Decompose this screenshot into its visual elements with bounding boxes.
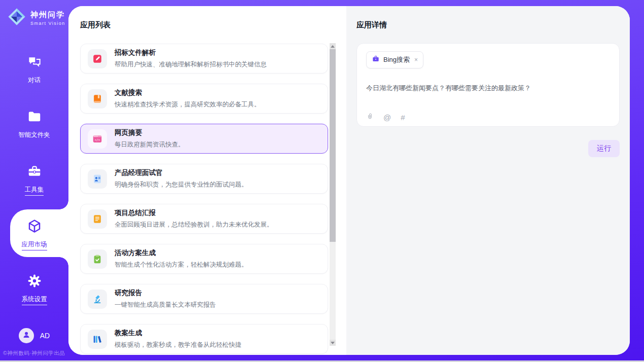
content-shell: 应用列表 招标文件解析帮助用户快速、准确地理解和解析招标书中的关键信息文献搜索快… [68, 6, 630, 355]
app-desc: 模板驱动，教案秒成，教学准备从此轻松快捷 [115, 341, 241, 349]
briefcase-icon [372, 55, 380, 65]
app-list-title: 应用列表 [80, 20, 346, 30]
app-list-panel: 应用列表 招标文件解析帮助用户快速、准确地理解和解析招标书中的关键信息文献搜索快… [68, 6, 346, 355]
sidebar-item-label: 对话 [28, 76, 41, 86]
app-desc: 全面回顾项目进展，总结经验教训，助力未来优化发展。 [115, 221, 273, 229]
list-item[interactable]: 活动方案生成智能生成个性化活动方案，轻松解决规划难题。 [80, 244, 328, 274]
mention-icon[interactable]: @ [383, 113, 391, 122]
paperclip-icon[interactable] [366, 112, 374, 122]
run-button[interactable]: 运行 [588, 140, 620, 157]
sidebar-item-系统设置[interactable]: 系统设置 [0, 262, 68, 316]
diamond-logo-icon [7, 7, 26, 28]
list-item[interactable]: 招标文件解析帮助用户快速、准确地理解和解析招标书中的关键信息 [80, 44, 328, 74]
app-name: 文献搜索 [115, 88, 261, 97]
clipboard-check-icon [88, 249, 107, 269]
app-desc: 快速精准查找学术资源，提高研究效率的必备工具。 [115, 100, 261, 109]
list-item[interactable]: 研究报告一键智能生成高质量长文本研究报告 [80, 284, 328, 314]
toolbox-icon [27, 164, 42, 181]
sidebar-item-label: 应用市场 [22, 240, 47, 250]
sidebar-nav: 对话智能文件夹工具集应用市场系统设置 [0, 43, 68, 316]
app-detail-title: 应用详情 [356, 20, 620, 30]
app-detail-panel: 应用详情 Bing搜索 × 今日湖北有哪些新闻要点？有哪些需要关注的最新政策？ [346, 6, 630, 355]
list-item[interactable]: 项目总结汇报全面回顾项目进展，总结经验教训，助力未来优化发展。 [80, 204, 328, 234]
prompt-card[interactable]: Bing搜索 × 今日湖北有哪些新闻要点？有哪些需要关注的最新政策？ @ # [356, 43, 620, 127]
app-desc: 智能生成个性化活动方案，轻松解决规划难题。 [115, 261, 248, 269]
app-list: 招标文件解析帮助用户快速、准确地理解和解析招标书中的关键信息文献搜索快速精准查找… [80, 44, 328, 354]
app-name: 活动方案生成 [115, 248, 248, 258]
app-desc: 每日政府新闻资讯快查。 [115, 140, 185, 149]
brand-name: 神州问学 [30, 10, 65, 20]
chat-icon [27, 54, 42, 71]
user-name: AD [40, 332, 50, 340]
books-icon [88, 330, 107, 349]
tool-tag-bing[interactable]: Bing搜索 × [366, 51, 423, 68]
sidebar-item-工具集[interactable]: 工具集 [0, 152, 68, 207]
brand-logo: 神州问学 Smart Vision [0, 0, 68, 28]
scroll-down-icon[interactable] [330, 340, 336, 346]
scrollbar[interactable] [330, 43, 336, 346]
sidebar-item-应用市场[interactable]: 应用市场 [0, 207, 68, 262]
app-name: 项目总结汇报 [115, 208, 273, 218]
app-name: 产品经理面试官 [115, 168, 248, 177]
copyright-text: ©神州数码·神州问学出品 [3, 350, 68, 357]
list-item[interactable]: 文献搜索快速精准查找学术资源，提高研究效率的必备工具。 [80, 84, 328, 114]
sidebar-item-label: 工具集 [25, 186, 44, 196]
app-name: 网页摘要 [115, 128, 185, 137]
attach-toolbar: @ # [366, 112, 610, 122]
list-item[interactable]: </>网页摘要每日政府新闻资讯快查。 [80, 124, 328, 154]
app-desc: 明确身份和职责，为您提供专业性的面试问题。 [115, 180, 248, 189]
app-desc: 一键智能生成高质量长文本研究报告 [115, 301, 216, 309]
microscope-icon [88, 289, 107, 309]
avatar[interactable] [19, 328, 34, 343]
tool-tag-label: Bing搜索 [383, 55, 410, 64]
sidebar-item-label: 系统设置 [22, 295, 47, 305]
app-desc: 帮助用户快速、准确地理解和解析招标书中的关键信息 [115, 60, 267, 69]
svg-text:</>: </> [95, 137, 100, 141]
app-name: 招标文件解析 [115, 48, 267, 57]
scroll-up-icon[interactable] [330, 43, 336, 49]
interviewer-icon [88, 169, 107, 189]
user-row[interactable]: AD [0, 328, 68, 343]
webpage-code-icon: </> [88, 129, 107, 149]
sidebar: 神州问学 Smart Vision 对话智能文件夹工具集应用市场系统设置 AD … [0, 0, 68, 360]
sidebar-item-对话[interactable]: 对话 [0, 43, 68, 97]
list-item[interactable]: 产品经理面试官明确身份和职责，为您提供专业性的面试问题。 [80, 164, 328, 194]
book-icon [88, 89, 107, 108]
query-text[interactable]: 今日湖北有哪些新闻要点？有哪些需要关注的最新政策？ [366, 84, 610, 93]
cube-icon [27, 219, 42, 236]
brand-subtitle: Smart Vision [30, 21, 65, 26]
scrollbar-thumb[interactable] [330, 49, 336, 242]
folder-icon [27, 109, 42, 126]
report-note-icon [88, 209, 107, 229]
sidebar-item-智能文件夹[interactable]: 智能文件夹 [0, 97, 68, 152]
doc-edit-icon [88, 49, 107, 68]
app-name: 教案生成 [115, 329, 241, 338]
person-icon [22, 330, 31, 341]
sidebar-item-label: 智能文件夹 [18, 131, 50, 140]
app-name: 研究报告 [115, 288, 216, 298]
hash-icon[interactable]: # [401, 113, 405, 122]
list-item[interactable]: 教案生成模板驱动，教案秒成，教学准备从此轻松快捷 [80, 324, 328, 354]
gear-icon [27, 273, 42, 291]
tag-close-icon[interactable]: × [414, 56, 418, 63]
